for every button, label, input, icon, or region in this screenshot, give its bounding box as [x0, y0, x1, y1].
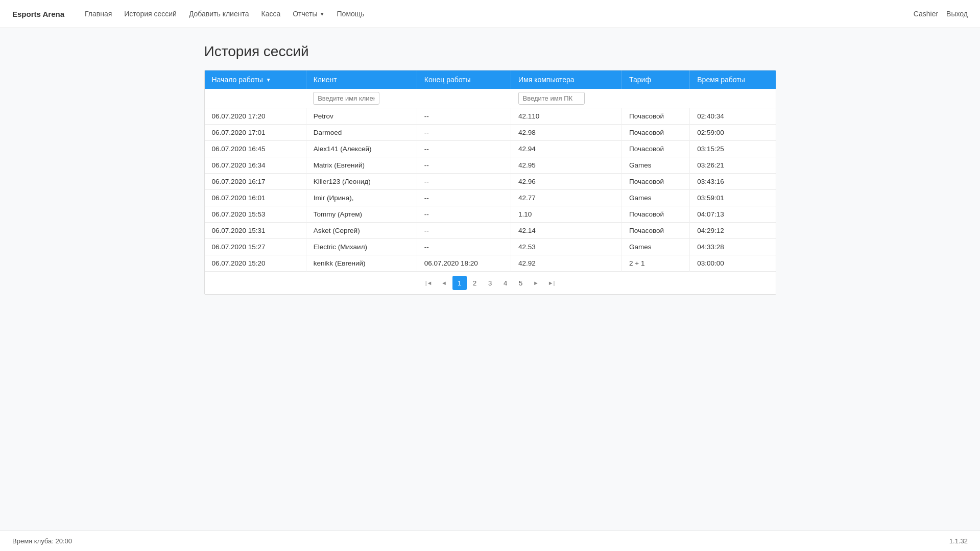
logout-link[interactable]: Выход [946, 10, 968, 18]
table-row: 06.07.2020 15:31Asket (Сергей)--42.14Поч… [205, 223, 776, 239]
table-row: 06.07.2020 17:01Darmoed--42.98Почасовой0… [205, 125, 776, 141]
main-content: История сессий Начало работы ▼ Клиент Ко… [184, 28, 797, 531]
pagination-page-3[interactable]: 3 [483, 276, 497, 290]
page-title: История сессий [204, 43, 776, 60]
col-header-tariff: Тариф [622, 70, 690, 89]
nav-help[interactable]: Помощь [332, 7, 370, 21]
sessions-table: Начало работы ▼ Клиент Конец работы Имя … [205, 70, 776, 294]
table-row: 06.07.2020 16:01Imir (Ирина),--42.77Game… [205, 190, 776, 206]
table-row: 06.07.2020 16:34Matrix (Евгений)--42.95G… [205, 157, 776, 174]
table-row: 06.07.2020 17:20Petrov--42.110Почасовой0… [205, 108, 776, 125]
table-row: 06.07.2020 16:45Alex141 (Алексей)--42.94… [205, 141, 776, 157]
nav-links: Главная История сессий Добавить клиента … [80, 7, 914, 21]
reports-dropdown-icon: ▼ [320, 11, 325, 17]
pagination-prev[interactable]: ◄ [437, 276, 451, 290]
col-header-end: Конец работы [417, 70, 511, 89]
sort-icon: ▼ [266, 77, 271, 83]
nav-cashier-link[interactable]: Касса [256, 7, 285, 21]
navbar-right: Cashier Выход [914, 10, 968, 18]
col-header-client: Клиент [306, 70, 417, 89]
footer-club-time: Время клуба: 20:00 [12, 537, 72, 545]
footer: Время клуба: 20:00 1.1.32 [0, 531, 980, 551]
navbar-user: Cashier [914, 10, 938, 18]
filter-start-cell [205, 89, 306, 108]
col-header-start[interactable]: Начало работы ▼ [205, 70, 306, 89]
filter-tariff-cell [622, 89, 690, 108]
col-header-duration: Время работы [690, 70, 776, 89]
filter-end-cell [417, 89, 511, 108]
nav-add-client[interactable]: Добавить клиента [184, 7, 254, 21]
brand: Esports Arena [12, 10, 64, 18]
filter-row [205, 89, 776, 108]
table-header-row: Начало работы ▼ Клиент Конец работы Имя … [205, 70, 776, 89]
table-row: 06.07.2020 15:20kenikk (Евгений)06.07.20… [205, 255, 776, 272]
client-filter-input[interactable] [313, 92, 379, 105]
pagination-next[interactable]: ► [529, 276, 543, 290]
computer-filter-input[interactable] [518, 92, 585, 105]
pagination-page-1[interactable]: 1 [452, 276, 467, 290]
table-row: 06.07.2020 15:53Tommy (Артем)--1.10Почас… [205, 206, 776, 223]
pagination-page-4[interactable]: 4 [498, 276, 513, 290]
nav-reports[interactable]: Отчеты ▼ [288, 7, 329, 21]
footer-version: 1.1.32 [949, 537, 968, 545]
nav-session-history[interactable]: История сессий [119, 7, 182, 21]
table-row: 06.07.2020 16:17Killer123 (Леонид)--42.9… [205, 174, 776, 190]
navbar: Esports Arena Главная История сессий Доб… [0, 0, 980, 28]
pagination-row: |◄◄12345►►| [205, 272, 776, 295]
col-header-computer: Имя компьютера [511, 70, 622, 89]
table-row: 06.07.2020 15:27Electric (Михаил)--42.53… [205, 239, 776, 255]
nav-home[interactable]: Главная [80, 7, 117, 21]
pagination-first[interactable]: |◄ [422, 276, 436, 290]
pagination-page-2[interactable]: 2 [468, 276, 482, 290]
pagination-page-5[interactable]: 5 [514, 276, 528, 290]
pagination-last[interactable]: ►| [544, 276, 559, 290]
filter-duration-cell [690, 89, 776, 108]
pagination: |◄◄12345►►| [422, 276, 559, 290]
filter-client-cell [306, 89, 417, 108]
filter-computer-cell [511, 89, 622, 108]
sessions-table-container: Начало работы ▼ Клиент Конец работы Имя … [204, 70, 776, 295]
